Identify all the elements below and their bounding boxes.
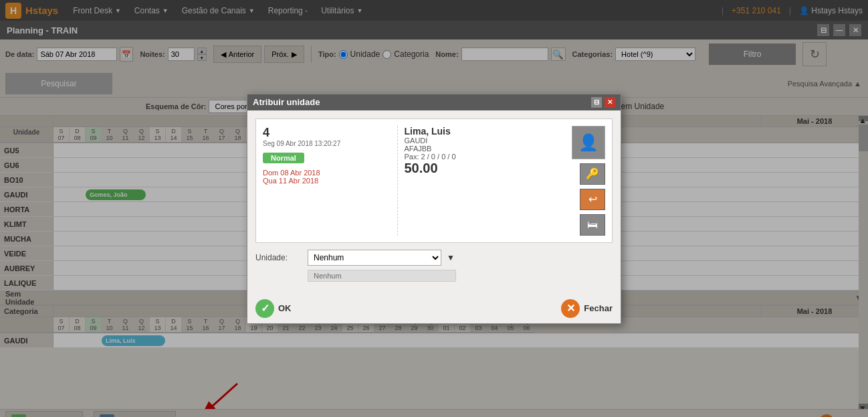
ok-button[interactable]: ✓ OK: [255, 299, 292, 318]
ok-icon: ✓: [255, 299, 274, 318]
unidade-form-row: Unidade: Nenhum ▼: [255, 250, 613, 266]
booking-card-left: 4 Seg 09 Abr 2018 13:20:27 Normal Dom 08…: [263, 126, 389, 236]
modal-overlay: Atribuir unidade ⊟ ✕ 4 Seg 09 Abr 2018 1…: [0, 0, 868, 417]
modal-titlebar: Atribuir unidade ⊟ ✕: [247, 94, 621, 110]
hotel-code: GAUDI AFAJBB Pax: 2 / 0 / 0 / 0: [405, 137, 531, 161]
booking-card-middle: Lima, Luis GAUDI AFAJBB Pax: 2 / 0 / 0 /…: [397, 126, 531, 236]
keys-icon-btn[interactable]: 🔑: [580, 163, 605, 185]
modal-titlebar-controls: ⊟ ✕: [591, 97, 615, 108]
booking-card: 4 Seg 09 Abr 2018 13:20:27 Normal Dom 08…: [255, 118, 613, 243]
unidade-select[interactable]: Nenhum: [308, 250, 441, 266]
unidade-form-label: Unidade:: [255, 253, 302, 262]
bed-icon-btn[interactable]: 🛏: [580, 214, 605, 236]
price: 50.00: [405, 161, 531, 176]
ok-label: OK: [278, 303, 292, 313]
fechar-modal-button[interactable]: ✕ Fechar: [561, 299, 613, 318]
dropdown-icon: ▼: [447, 253, 455, 262]
status-badge: Normal: [263, 153, 304, 163]
atribuir-unidade-modal: Atribuir unidade ⊟ ✕ 4 Seg 09 Abr 2018 1…: [247, 94, 621, 324]
avatar: 👤: [572, 126, 605, 159]
guest-name: Lima, Luis: [405, 126, 531, 137]
booking-number: 4: [263, 126, 389, 140]
modal-title: Atribuir unidade: [253, 97, 320, 107]
fechar-label: Fechar: [584, 303, 613, 313]
booking-datetime: Seg 09 Abr 2018 13:20:27: [263, 140, 389, 147]
booking-card-right: 👤 🔑 ↩ 🛏: [538, 126, 605, 236]
nenhum-hint: Nenhum: [308, 270, 456, 282]
modal-close-btn[interactable]: ✕: [605, 97, 615, 108]
modal-body: 4 Seg 09 Abr 2018 13:20:27 Normal Dom 08…: [247, 110, 621, 294]
modal-footer: ✓ OK ✕ Fechar: [247, 294, 621, 323]
fechar-icon: ✕: [561, 299, 580, 318]
arrow-icon-btn[interactable]: ↩: [580, 189, 605, 210]
checkin-date: Dom 08 Abr 2018 Qua 11 Abr 2018: [263, 169, 389, 185]
modal-restore-btn[interactable]: ⊟: [591, 97, 602, 108]
